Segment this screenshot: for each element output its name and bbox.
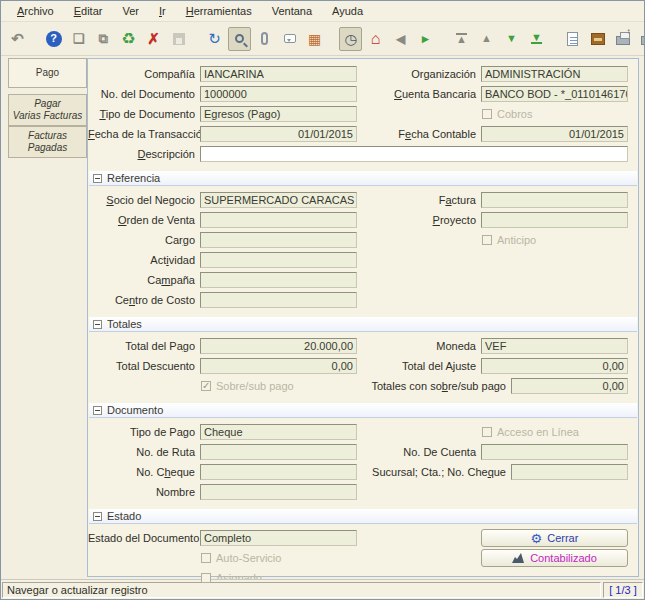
sobre-sub-pago-checkbox: Sobre/sub pago — [201, 380, 294, 392]
organizacion-field[interactable]: ADMINISTRACIÓN — [481, 66, 628, 82]
total-pago-field[interactable]: 20.000,00 — [200, 338, 357, 354]
menu-archivo[interactable]: Archivo — [7, 2, 64, 20]
payment-window: Archivo Editar Ver Ir Herramientas Venta… — [0, 0, 645, 600]
report-icon[interactable] — [561, 27, 584, 51]
copy-record-icon[interactable]: ⧉ — [92, 27, 115, 51]
cuenta-bancaria-label: Cuenta Bancaria — [363, 88, 481, 100]
total-ajuste-field[interactable]: 0,00 — [481, 358, 628, 374]
fecha-contable-label: Fecha Contable — [363, 128, 481, 140]
nombre-field[interactable] — [200, 484, 357, 500]
collapse-icon[interactable] — [93, 512, 102, 521]
totales-sobre-sub-field[interactable]: 0,00 — [511, 378, 628, 394]
fecha-contable-field[interactable]: 01/01/2015 — [481, 126, 628, 142]
find-icon[interactable] — [228, 27, 251, 51]
chat-icon[interactable] — [278, 27, 301, 51]
tab-facturas-pagadas[interactable]: Facturas Pagadas — [8, 126, 87, 158]
save-icon — [167, 27, 190, 51]
contabilizado-button[interactable]: Contabilizado — [481, 549, 628, 567]
estado-documento-label: Estado del Documento — [88, 532, 200, 544]
orden-venta-label: Orden de Venta — [88, 214, 200, 226]
total-descuento-label: Total Descuento — [88, 360, 200, 372]
no-documento-field[interactable]: 1000000 — [200, 86, 357, 102]
tipo-documento-field[interactable]: Egresos (Pago) — [200, 106, 357, 122]
actividad-label: Actividad — [88, 254, 200, 266]
proyecto-field[interactable] — [481, 212, 628, 228]
socio-field[interactable]: SUPERMERCADO CARACAS S A — [200, 192, 357, 208]
print-preview-icon[interactable] — [611, 27, 634, 51]
grid-toggle-icon[interactable]: ▦ — [303, 27, 326, 51]
menu-bar: Archivo Editar Ver Ir Herramientas Venta… — [1, 1, 644, 22]
no-cheque-field[interactable] — [200, 464, 357, 480]
parent-tab-icon[interactable]: ◀ — [389, 27, 412, 51]
new-record-icon[interactable]: ❏ — [67, 27, 90, 51]
total-descuento-field[interactable]: 0,00 — [200, 358, 357, 374]
collapse-icon[interactable] — [93, 406, 102, 415]
next-record-icon[interactable]: ▼ — [500, 27, 523, 51]
tipo-pago-label: Tipo de Pago — [88, 426, 200, 438]
descripcion-label: Descripción — [88, 148, 200, 160]
tipo-documento-label: Tipo de Documento — [88, 108, 200, 120]
total-ajuste-label: Total del Ajuste — [363, 360, 481, 372]
estado-documento-field[interactable]: Completo — [200, 530, 357, 546]
menu-editar[interactable]: Editar — [64, 2, 113, 20]
cerrar-button[interactable]: ⚙ Cerrar — [481, 529, 628, 547]
toolbar: ↶ ? ❏ ⧉ ♻ ✗ ↻ ▦ ◷ ⌂ ◀ ► ▲ ▲ ▼ ▼ ✗ — [1, 22, 644, 56]
total-pago-label: Total del Pago — [88, 340, 200, 352]
menu-herramientas[interactable]: Herramientas — [176, 2, 262, 20]
chart-icon — [512, 553, 525, 563]
cargo-field[interactable] — [200, 232, 357, 248]
last-record-icon[interactable]: ▼ — [525, 27, 548, 51]
previous-record-icon[interactable]: ▲ — [475, 27, 498, 51]
delete-record-icon[interactable]: ♻ — [117, 27, 140, 51]
fecha-transaccion-field[interactable]: 01/01/2015 — [200, 126, 357, 142]
centro-costo-label: Centro de Costo — [88, 294, 200, 306]
section-totales[interactable]: Totales — [89, 317, 637, 332]
factura-label: Factura — [363, 194, 481, 206]
print-icon[interactable] — [636, 27, 645, 51]
delete-selection-icon[interactable]: ✗ — [142, 27, 165, 51]
collapse-icon[interactable] — [93, 320, 102, 329]
tab-sidebar: Pago Pagar Varias Facturas Facturas Paga… — [1, 58, 87, 577]
moneda-label: Moneda — [363, 340, 481, 352]
no-ruta-label: No. de Ruta — [88, 446, 200, 458]
undo-icon[interactable]: ↶ — [6, 27, 29, 51]
tab-pago[interactable]: Pago — [8, 58, 87, 88]
fecha-transaccion-label: Fecha de la Transacción — [88, 128, 200, 140]
totales-sobre-sub-label: Totales con sobre/sub pago — [363, 380, 511, 392]
menu-ayuda[interactable]: Ayuda — [322, 2, 373, 20]
menu-ventana[interactable]: Ventana — [262, 2, 322, 20]
campana-field[interactable] — [200, 272, 357, 288]
detail-tab-icon[interactable]: ► — [414, 27, 437, 51]
main-area: Pago Pagar Varias Facturas Facturas Paga… — [1, 56, 644, 579]
acceso-en-linea-checkbox: Acceso en Línea — [482, 426, 579, 438]
sucursal-field[interactable] — [511, 464, 628, 480]
attachment-icon[interactable] — [253, 27, 276, 51]
help-icon[interactable]: ? — [42, 27, 65, 51]
tipo-pago-field[interactable]: Cheque — [200, 424, 357, 440]
descripcion-field[interactable] — [200, 146, 628, 162]
orden-venta-field[interactable] — [200, 212, 357, 228]
section-referencia[interactable]: Referencia — [89, 171, 637, 186]
menu-ver[interactable]: Ver — [112, 2, 149, 20]
moneda-field[interactable]: VEF — [481, 338, 628, 354]
history-icon[interactable]: ◷ — [339, 27, 362, 51]
compania-field[interactable]: IANCARINA — [200, 66, 357, 82]
section-documento[interactable]: Documento — [89, 403, 637, 418]
cuenta-bancaria-field[interactable]: BANCO BOD - *_0110146170105197307 — [481, 86, 628, 102]
actividad-field[interactable] — [200, 252, 357, 268]
anticipo-checkbox: Anticipo — [482, 234, 536, 246]
cobros-checkbox: Cobros — [482, 108, 532, 120]
section-estado[interactable]: Estado — [89, 509, 637, 524]
no-cuenta-field[interactable] — [481, 444, 628, 460]
no-ruta-field[interactable] — [200, 444, 357, 460]
collapse-icon[interactable] — [93, 174, 102, 183]
tab-pagar-varias-facturas[interactable]: Pagar Varias Facturas — [8, 94, 87, 126]
no-documento-label: No. del Documento — [88, 88, 200, 100]
centro-costo-field[interactable] — [200, 292, 357, 308]
home-icon[interactable]: ⌂ — [364, 27, 387, 51]
menu-ir[interactable]: Ir — [149, 2, 176, 20]
first-record-icon[interactable]: ▲ — [450, 27, 473, 51]
refresh-icon[interactable]: ↻ — [203, 27, 226, 51]
archive-icon[interactable] — [586, 27, 609, 51]
factura-field[interactable] — [481, 192, 628, 208]
